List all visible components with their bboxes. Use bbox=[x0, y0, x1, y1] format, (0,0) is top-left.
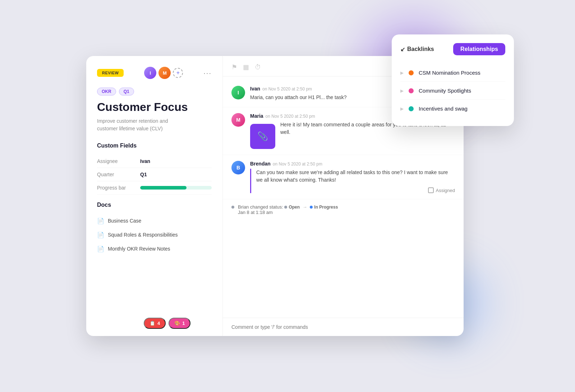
review-badge[interactable]: REVIEW bbox=[97, 69, 124, 77]
attachment-thumbnail[interactable]: 📎 bbox=[250, 124, 275, 149]
avatar-brendan: B bbox=[231, 161, 245, 174]
assignee-value: Ivan bbox=[140, 158, 150, 164]
page-subtitle: Improve customer retention andcustomer l… bbox=[97, 117, 212, 132]
comment-time-ivan: on Nov 5 2020 at 2:50 pm bbox=[262, 87, 312, 92]
rel-dot-1 bbox=[409, 70, 414, 75]
comment-input[interactable] bbox=[231, 324, 455, 330]
quarter-value: Q1 bbox=[140, 172, 147, 177]
comment-input-bar bbox=[223, 318, 464, 336]
status-change-text: Brian changed status: Open → In Progress bbox=[238, 204, 338, 215]
doc-icon-1: 📄 bbox=[97, 218, 104, 224]
status-action: changed status: bbox=[250, 204, 283, 210]
status-to: In Progress bbox=[310, 205, 338, 210]
comment-time-maria: on Nov 5 2020 at 2:50 pm bbox=[266, 114, 315, 119]
rel-dot-3 bbox=[409, 106, 414, 111]
badge-notifications[interactable]: 📋 4 bbox=[144, 318, 166, 329]
avatar-ivan: I bbox=[231, 86, 245, 99]
panel-header: ↙ Backlinks Relationships bbox=[400, 43, 505, 55]
comment-body-brendan: Brendan on Nov 5 2020 at 2:50 pm Can you… bbox=[250, 161, 455, 193]
calendar-icon[interactable]: ▦ bbox=[243, 63, 249, 71]
status-date: Jan 8 at 1:18 am bbox=[238, 210, 273, 215]
tag-q1[interactable]: Q1 bbox=[119, 88, 134, 95]
field-progress: Progress bar bbox=[97, 181, 212, 195]
doc-icon-3: 📄 bbox=[97, 246, 104, 252]
backlinks-label: Backlinks bbox=[407, 46, 434, 52]
badge-integrations[interactable]: 🎨 1 bbox=[169, 318, 190, 329]
assignee-label: Assignee bbox=[97, 158, 140, 164]
rel-arrow-2: ▶ bbox=[400, 88, 404, 93]
field-quarter: Quarter Q1 bbox=[97, 168, 212, 181]
doc-name-2: Squad Roles & Responsibilities bbox=[108, 232, 178, 238]
avatar-user2[interactable]: M bbox=[158, 67, 171, 79]
rel-item-2[interactable]: ▶ Community Spotlights bbox=[400, 82, 505, 100]
rel-dot-2 bbox=[409, 88, 414, 93]
rel-name-2: Community Spotlights bbox=[419, 88, 471, 94]
bottom-badges: 📋 4 🎨 1 bbox=[144, 318, 190, 329]
commenter-name-ivan: Ivan bbox=[250, 86, 260, 92]
relationships-active-button[interactable]: Relationships bbox=[453, 43, 505, 55]
comment-brendan: B Brendan on Nov 5 2020 at 2:50 pm Can y… bbox=[223, 155, 464, 199]
rel-item-1[interactable]: ▶ CSM Nomination Process bbox=[400, 64, 505, 82]
commenter-name-maria: Maria bbox=[250, 113, 263, 119]
doc-icon-2: 📄 bbox=[97, 232, 104, 238]
top-bar: REVIEW I M + ··· bbox=[97, 67, 212, 79]
tag-okr[interactable]: OKR bbox=[97, 88, 116, 95]
rel-item-3[interactable]: ▶ Incentives and swag bbox=[400, 100, 505, 117]
flag-icon[interactable]: ⚑ bbox=[231, 63, 237, 71]
badge-icon-2: 🎨 bbox=[174, 321, 180, 326]
field-assignee: Assignee Ivan bbox=[97, 155, 212, 168]
progress-bar bbox=[140, 186, 212, 190]
avatar-user1[interactable]: I bbox=[144, 67, 156, 79]
status-arrow: → bbox=[303, 204, 309, 210]
progress-bar-fill bbox=[140, 186, 187, 190]
assigned-label: Assigned bbox=[436, 188, 455, 193]
status-from: Open bbox=[284, 205, 300, 210]
avatar-group: I M + bbox=[144, 67, 183, 79]
docs-section: Docs 📄 Business Case 📄 Squad Roles & Res… bbox=[97, 202, 212, 256]
assigned-checkbox[interactable] bbox=[428, 187, 434, 193]
quarter-label: Quarter bbox=[97, 172, 140, 177]
avatar-maria: M bbox=[231, 113, 245, 127]
rel-name-3: Incentives and swag bbox=[419, 106, 468, 112]
docs-heading: Docs bbox=[97, 202, 212, 208]
badge-icon-1: 📋 bbox=[150, 321, 155, 326]
doc-item-2[interactable]: 📄 Squad Roles & Responsibilities bbox=[97, 228, 212, 242]
rel-name-1: CSM Nomination Process bbox=[419, 70, 480, 76]
doc-name-3: Monthly OKR Review Notes bbox=[108, 246, 170, 252]
left-panel: REVIEW I M + ··· OKR Q1 Customer Focus I… bbox=[86, 56, 223, 336]
backlink-arrow-icon: ↙ bbox=[400, 46, 405, 53]
custom-fields-heading: Custom Fields bbox=[97, 143, 212, 149]
add-user-button[interactable]: + bbox=[173, 68, 183, 78]
status-dot-indicator bbox=[231, 206, 234, 209]
doc-item-1[interactable]: 📄 Business Case bbox=[97, 214, 212, 228]
comment-time-brendan: on Nov 5 2020 at 2:50 pm bbox=[273, 162, 322, 167]
doc-item-3[interactable]: 📄 Monthly OKR Review Notes bbox=[97, 242, 212, 256]
backlinks-button[interactable]: ↙ Backlinks bbox=[400, 46, 434, 53]
status-author: Brian bbox=[238, 204, 249, 210]
comment-header-brendan: Brendan on Nov 5 2020 at 2:50 pm bbox=[250, 161, 455, 167]
relationships-panel: ↙ Backlinks Relationships ▶ CSM Nominati… bbox=[392, 34, 514, 126]
doc-name-1: Business Case bbox=[108, 218, 141, 224]
progress-label: Progress bar bbox=[97, 185, 140, 191]
status-change-row: Brian changed status: Open → In Progress bbox=[223, 199, 464, 220]
commenter-name-brendan: Brendan bbox=[250, 161, 271, 167]
more-options-button[interactable]: ··· bbox=[203, 69, 212, 77]
badge-count-2: 1 bbox=[182, 321, 185, 326]
tags-row: OKR Q1 bbox=[97, 88, 212, 95]
clock-icon[interactable]: ⏱ bbox=[255, 64, 261, 71]
rel-arrow-3: ▶ bbox=[400, 106, 404, 111]
page-title: Customer Focus bbox=[97, 101, 212, 114]
badge-count-1: 4 bbox=[157, 321, 160, 326]
brendan-quoted-comment: Can you two make sure we're adding all r… bbox=[250, 169, 455, 193]
comment-text-brendan: Can you two make sure we're adding all r… bbox=[256, 169, 455, 184]
assigned-checkbox-row: Assigned bbox=[256, 187, 455, 193]
rel-arrow-1: ▶ bbox=[400, 70, 404, 75]
